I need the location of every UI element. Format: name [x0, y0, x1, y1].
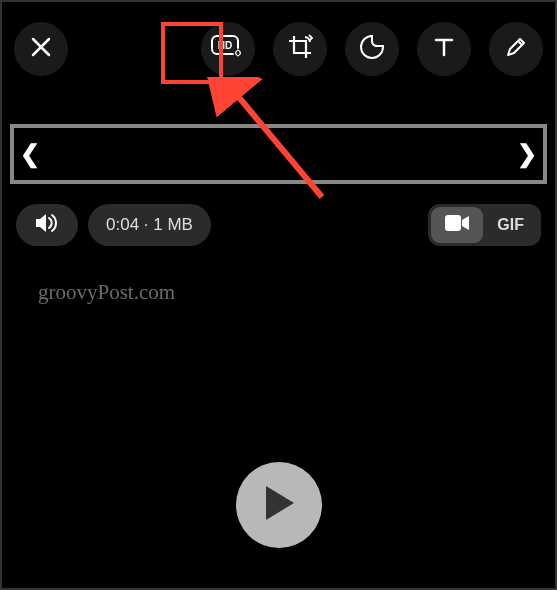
sticker-icon	[359, 34, 385, 64]
draw-button[interactable]	[489, 22, 543, 76]
watermark-text: groovyPost.com	[38, 280, 175, 305]
toggle-video[interactable]	[431, 207, 483, 243]
text-button[interactable]	[417, 22, 471, 76]
play-icon	[262, 484, 296, 526]
editor-toolbar: HD	[2, 2, 555, 96]
trim-handle-left[interactable]: ❮	[18, 140, 42, 168]
close-button[interactable]	[14, 22, 68, 76]
sticker-button[interactable]	[345, 22, 399, 76]
hd-icon: HD	[211, 35, 245, 63]
svg-text:HD: HD	[218, 40, 232, 51]
svg-rect-4	[445, 215, 461, 231]
crop-rotate-button[interactable]	[273, 22, 327, 76]
hd-quality-button[interactable]: HD	[201, 22, 255, 76]
play-button[interactable]	[236, 462, 322, 548]
speaker-icon	[34, 212, 60, 239]
trim-handle-right[interactable]: ❯	[515, 140, 539, 168]
video-gif-toggle[interactable]: GIF	[428, 204, 541, 246]
crop-rotate-icon	[286, 33, 314, 65]
duration-size-label: 0:04 · 1 MB	[88, 204, 211, 246]
text-icon	[432, 35, 456, 63]
close-icon	[30, 36, 52, 62]
video-trimmer[interactable]: ❮ ❯	[10, 124, 547, 184]
video-camera-icon	[445, 215, 469, 235]
toggle-gif[interactable]: GIF	[483, 207, 538, 243]
sound-toggle-button[interactable]	[16, 204, 78, 246]
pencil-icon	[504, 35, 528, 63]
media-info-row: 0:04 · 1 MB GIF	[16, 204, 541, 246]
